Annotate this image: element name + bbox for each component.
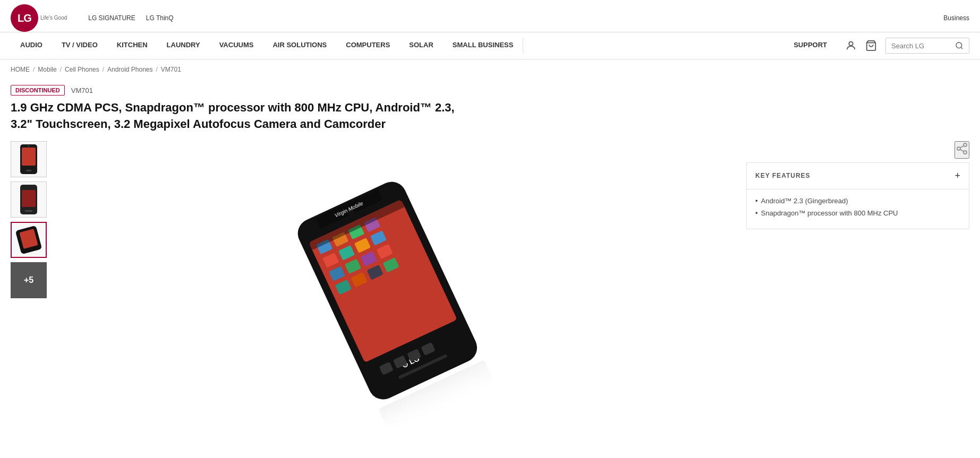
- top-right: Business: [943, 14, 969, 22]
- thumb-phone-svg-1: [18, 143, 39, 175]
- svg-point-43: [964, 143, 967, 146]
- product-content: +5: [11, 141, 969, 428]
- business-link[interactable]: Business: [943, 14, 969, 22]
- search-box[interactable]: [885, 38, 969, 54]
- account-icon[interactable]: [845, 40, 857, 51]
- svg-point-45: [964, 151, 967, 154]
- nav-vacuums[interactable]: VACUUMS: [210, 32, 263, 59]
- svg-point-7: [28, 145, 30, 146]
- key-features-header: KEY FEATURES +: [747, 163, 969, 189]
- svg-rect-5: [22, 148, 36, 166]
- product-model: VM701: [71, 87, 93, 94]
- key-features-list: Android™ 2.3 (Gingerbread) Snapdragon™ p…: [747, 189, 969, 229]
- share-button[interactable]: [955, 141, 969, 159]
- svg-rect-9: [22, 190, 36, 207]
- breadcrumb-mobile[interactable]: Mobile: [38, 66, 56, 73]
- thinq-link[interactable]: LG ThinQ: [146, 14, 174, 22]
- key-feature-item-1: Android™ 2.3 (Gingerbread): [755, 197, 960, 205]
- main-nav: AUDIO TV / VIDEO KITCHEN LAUNDRY VACUUMS…: [0, 32, 980, 59]
- nav-audio[interactable]: AUDIO: [11, 32, 52, 59]
- product-header: DISCONTINUED VM701: [11, 85, 969, 96]
- nav-air-solutions[interactable]: AIR SOLUTIONS: [263, 32, 336, 59]
- breadcrumb-current: VM701: [161, 66, 181, 73]
- svg-line-46: [960, 149, 964, 151]
- logo-area: LG Life's Good LG SIGNATURE LG ThinQ: [11, 4, 174, 32]
- svg-rect-6: [26, 170, 31, 171]
- thumbnail-more[interactable]: +5: [11, 262, 47, 298]
- key-features-title: KEY FEATURES: [755, 172, 811, 179]
- thumbnail-list: +5: [11, 141, 49, 428]
- discontinued-badge: DISCONTINUED: [11, 85, 65, 96]
- svg-rect-10: [25, 210, 32, 212]
- product-area: DISCONTINUED VM701 1.9 GHz CDMA PCS, Sna…: [0, 80, 980, 438]
- search-input[interactable]: [891, 42, 955, 50]
- svg-line-3: [961, 47, 962, 49]
- lg-tagline: Life's Good: [40, 15, 67, 21]
- search-icon: [955, 41, 964, 50]
- right-panel: KEY FEATURES + Android™ 2.3 (Gingerbread…: [746, 141, 969, 428]
- nav-divider: [523, 38, 523, 54]
- lg-logo-circle: LG: [11, 4, 38, 32]
- breadcrumb: HOME / Mobile / Cell Phones / Android Ph…: [0, 59, 980, 80]
- key-features-toggle[interactable]: +: [955, 170, 960, 182]
- svg-point-2: [956, 42, 962, 48]
- svg-point-0: [849, 42, 853, 46]
- nav-kitchen[interactable]: KITCHEN: [107, 32, 157, 59]
- nav-small-business[interactable]: SMALL BUSINESS: [443, 32, 523, 59]
- nav-tv-video[interactable]: TV / VIDEO: [52, 32, 107, 59]
- main-image-area: ⊙ LG Virgin Mobile: [59, 141, 736, 428]
- breadcrumb-cell-phones[interactable]: Cell Phones: [65, 66, 99, 73]
- thumb-phone-svg-2: [18, 184, 39, 215]
- signature-link[interactable]: LG SIGNATURE: [88, 14, 135, 22]
- top-bar: LG Life's Good LG SIGNATURE LG ThinQ Bus…: [0, 0, 980, 32]
- share-icon: [956, 142, 968, 155]
- lg-logo[interactable]: LG Life's Good: [11, 4, 67, 32]
- breadcrumb-home[interactable]: HOME: [11, 66, 30, 73]
- key-feature-item-2: Snapdragon™ processor with 800 MHz CPU: [755, 209, 960, 217]
- nav-laundry[interactable]: LAUNDRY: [157, 32, 210, 59]
- nav-computers[interactable]: COMPUTERS: [336, 32, 399, 59]
- thumb-phone-svg-3: [15, 225, 42, 254]
- thumbnail-1[interactable]: [11, 141, 47, 177]
- top-links: LG SIGNATURE LG ThinQ: [88, 14, 173, 22]
- key-features-panel: KEY FEATURES + Android™ 2.3 (Gingerbread…: [746, 162, 969, 229]
- nav-right: SUPPORT: [784, 32, 969, 59]
- breadcrumb-android-phones[interactable]: Android Phones: [107, 66, 152, 73]
- nav-solar[interactable]: SOLAR: [399, 32, 443, 59]
- nav-support[interactable]: SUPPORT: [784, 32, 837, 59]
- svg-line-47: [960, 145, 964, 148]
- svg-point-44: [957, 147, 960, 150]
- cart-icon[interactable]: [865, 40, 877, 51]
- thumbnail-3[interactable]: [11, 222, 47, 258]
- product-main-image: ⊙ LG Virgin Mobile: [292, 141, 504, 428]
- product-title: 1.9 GHz CDMA PCS, Snapdragon™ processor …: [11, 100, 473, 133]
- thumbnail-2[interactable]: [11, 182, 47, 218]
